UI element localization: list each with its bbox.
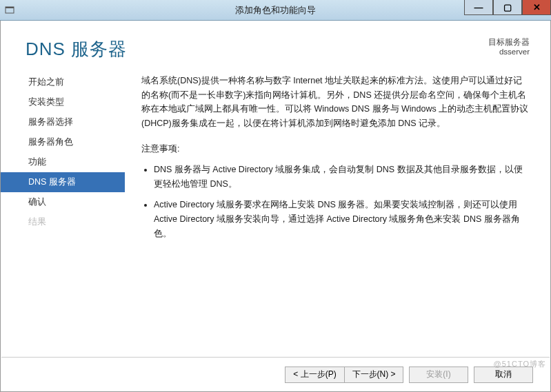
previous-button[interactable]: < 上一步(P) xyxy=(285,367,344,383)
sidebar-item-results: 结果 xyxy=(1,212,125,232)
sidebar-item-server-roles[interactable]: 服务器角色 xyxy=(1,132,125,152)
title-bar: 添加角色和功能向导 — ▢ ✕ xyxy=(0,0,551,21)
page-title: DNS 服务器 xyxy=(26,37,127,61)
sidebar-item-before-begin[interactable]: 开始之前 xyxy=(1,72,125,92)
wizard-page: DNS 服务器 目标服务器 dsserver 开始之前 安装类型 服务器选择 服… xyxy=(0,21,551,392)
close-button[interactable]: ✕ xyxy=(522,0,551,15)
sidebar-item-confirm[interactable]: 确认 xyxy=(1,192,125,212)
svg-rect-1 xyxy=(6,7,14,8)
sidebar-item-features[interactable]: 功能 xyxy=(1,152,125,172)
page-header: DNS 服务器 目标服务器 dsserver xyxy=(1,21,550,68)
intro-text: 域名系统(DNS)提供一种将名称与数字 Internet 地址关联起来的标准方法… xyxy=(141,74,530,131)
list-item: Active Directory 域服务要求在网络上安装 DNS 服务器。如果要… xyxy=(154,198,530,240)
minimize-button[interactable]: — xyxy=(464,0,493,15)
maximize-button[interactable]: ▢ xyxy=(493,0,522,15)
sidebar-item-server-selection[interactable]: 服务器选择 xyxy=(1,112,125,132)
target-value: dsserver xyxy=(488,48,530,56)
target-server-info: 目标服务器 dsserver xyxy=(488,37,530,56)
sidebar-item-dns-server[interactable]: DNS 服务器 xyxy=(1,172,125,192)
list-item: DNS 服务器与 Active Directory 域服务集成，会自动复制 DN… xyxy=(154,163,530,191)
wizard-body: 开始之前 安装类型 服务器选择 服务器角色 功能 DNS 服务器 确认 结果 域… xyxy=(1,68,550,349)
notes-list: DNS 服务器与 Active Directory 域服务集成，会自动复制 DN… xyxy=(141,163,530,240)
wizard-sidebar: 开始之前 安装类型 服务器选择 服务器角色 功能 DNS 服务器 确认 结果 xyxy=(1,68,125,349)
nav-button-group: < 上一步(P) 下一步(N) > xyxy=(285,367,403,383)
next-button[interactable]: 下一步(N) > xyxy=(344,367,403,383)
window-buttons: — ▢ ✕ xyxy=(464,0,551,20)
notes-heading: 注意事项: xyxy=(141,142,530,156)
content-panel: 域名系统(DNS)提供一种将名称与数字 Internet 地址关联起来的标准方法… xyxy=(125,68,550,349)
wizard-footer: < 上一步(P) 下一步(N) > 安装(I) 取消 xyxy=(1,357,550,391)
install-button: 安装(I) xyxy=(409,367,468,383)
target-label: 目标服务器 xyxy=(488,37,530,48)
app-icon xyxy=(4,5,15,16)
cancel-button[interactable]: 取消 xyxy=(474,367,533,383)
sidebar-item-install-type[interactable]: 安装类型 xyxy=(1,92,125,112)
